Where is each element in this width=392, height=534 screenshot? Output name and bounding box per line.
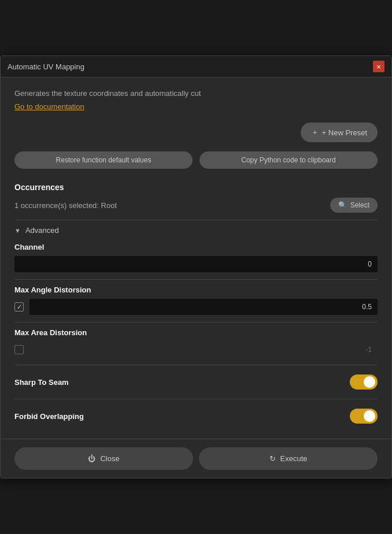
max-angle-value: 0.5 xyxy=(362,303,372,311)
forbid-overlapping-label: Forbid Overlapping xyxy=(14,412,84,421)
search-icon: 🔍 xyxy=(338,201,347,209)
close-window-button[interactable]: × xyxy=(373,61,384,72)
select-button[interactable]: 🔍 Select xyxy=(330,198,378,213)
top-actions: ＋ + New Preset xyxy=(14,123,378,142)
divider-3 xyxy=(14,322,378,322)
titlebar: Automatic UV Mapping × xyxy=(1,56,391,77)
restore-defaults-button[interactable]: Restore function default values xyxy=(14,151,193,169)
channel-value: 0 xyxy=(368,260,372,268)
divider-1 xyxy=(14,220,378,220)
execute-label: Execute xyxy=(280,454,308,463)
chevron-down-icon: ▼ xyxy=(14,227,21,234)
plus-icon: ＋ xyxy=(311,127,319,138)
sharp-to-seam-label: Sharp To Seam xyxy=(14,378,69,387)
max-angle-checkbox[interactable] xyxy=(14,302,24,312)
divider-5 xyxy=(14,399,378,399)
refresh-icon: ↻ xyxy=(269,454,276,463)
occurrences-section: Occurrences 1 occurrence(s) selected: Ro… xyxy=(14,183,378,213)
advanced-label: Advanced xyxy=(25,226,59,235)
occurrences-text: 1 occurrence(s) selected: Root xyxy=(14,201,117,210)
max-angle-label: Max Angle Distorsion xyxy=(14,285,378,294)
divider-4 xyxy=(14,365,378,365)
close-label: Close xyxy=(100,454,119,463)
max-angle-row: 0.5 xyxy=(14,299,378,315)
occurrences-title: Occurrences xyxy=(14,183,378,192)
close-button[interactable]: ⏻ Close xyxy=(14,447,193,470)
max-area-section: Max Area Distorsion -1 xyxy=(14,328,378,358)
advanced-header[interactable]: ▼ Advanced xyxy=(14,226,378,235)
channel-label: Channel xyxy=(14,243,378,251)
new-preset-label: + New Preset xyxy=(322,128,367,137)
forbid-overlapping-row: Forbid Overlapping xyxy=(14,405,378,427)
copy-python-button[interactable]: Copy Python code to clipboard xyxy=(199,151,378,169)
sharp-to-seam-row: Sharp To Seam xyxy=(14,371,378,393)
execute-button[interactable]: ↻ Execute xyxy=(199,447,378,470)
max-angle-section: Max Angle Distorsion 0.5 xyxy=(14,285,378,315)
middle-actions: Restore function default values Copy Pyt… xyxy=(14,151,378,169)
main-content: Generates the texture coordinates and au… xyxy=(1,77,391,439)
sharp-to-seam-toggle[interactable] xyxy=(350,374,378,390)
max-area-value: -1 xyxy=(365,346,372,354)
description-text: Generates the texture coordinates and au… xyxy=(14,89,378,98)
max-angle-slider[interactable]: 0.5 xyxy=(29,299,378,315)
select-label: Select xyxy=(350,201,369,209)
new-preset-button[interactable]: ＋ + New Preset xyxy=(301,123,378,142)
divider-2 xyxy=(14,279,378,280)
max-area-row: -1 xyxy=(14,342,378,358)
main-window: Automatic UV Mapping × Generates the tex… xyxy=(0,55,392,479)
forbid-overlapping-toggle[interactable] xyxy=(350,409,378,424)
window-title: Automatic UV Mapping xyxy=(8,62,84,71)
footer: ⏻ Close ↻ Execute xyxy=(1,439,391,478)
channel-slider[interactable]: 0 xyxy=(14,256,378,272)
max-area-label: Max Area Distorsion xyxy=(14,328,378,337)
max-area-checkbox[interactable] xyxy=(14,345,24,354)
occurrences-row: 1 occurrence(s) selected: Root 🔍 Select xyxy=(14,198,378,213)
power-icon: ⏻ xyxy=(88,454,95,463)
documentation-link[interactable]: Go to documentation xyxy=(14,102,84,111)
max-area-slider[interactable]: -1 xyxy=(29,342,378,358)
channel-section: Channel 0 xyxy=(14,243,378,272)
